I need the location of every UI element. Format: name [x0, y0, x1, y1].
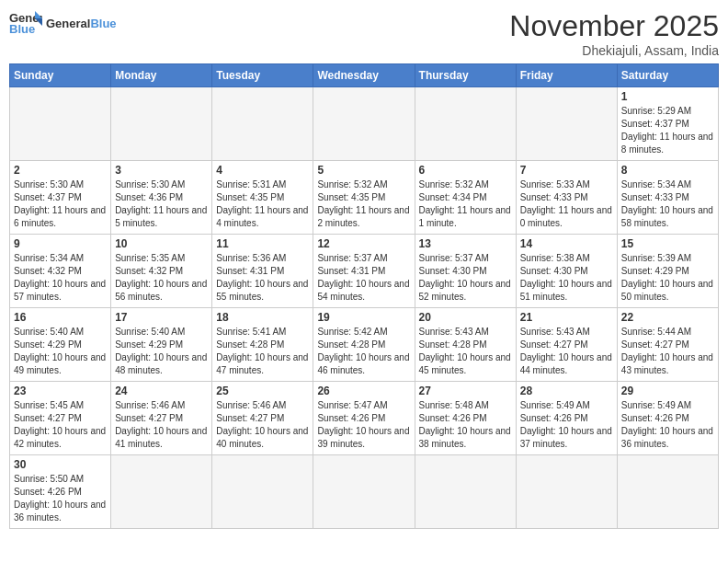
- calendar-cell: 24Sunrise: 5:46 AM Sunset: 4:27 PM Dayli…: [111, 382, 212, 455]
- month-title: November 2025: [509, 9, 719, 43]
- calendar-cell: 1Sunrise: 5:29 AM Sunset: 4:37 PM Daylig…: [617, 87, 718, 161]
- day-number: 9: [14, 237, 107, 250]
- day-info: Sunrise: 5:39 AM Sunset: 4:29 PM Dayligh…: [621, 252, 714, 304]
- day-info: Sunrise: 5:37 AM Sunset: 4:30 PM Dayligh…: [419, 252, 512, 304]
- day-info: Sunrise: 5:29 AM Sunset: 4:37 PM Dayligh…: [621, 105, 714, 156]
- day-info: Sunrise: 5:40 AM Sunset: 4:29 PM Dayligh…: [14, 326, 107, 377]
- day-header-thursday: Thursday: [415, 64, 516, 87]
- calendar-cell: 14Sunrise: 5:38 AM Sunset: 4:30 PM Dayli…: [516, 235, 617, 308]
- day-number: 2: [14, 164, 107, 177]
- day-number: 12: [317, 237, 410, 250]
- day-info: Sunrise: 5:40 AM Sunset: 4:29 PM Dayligh…: [115, 326, 208, 377]
- day-info: Sunrise: 5:34 AM Sunset: 4:32 PM Dayligh…: [14, 252, 107, 304]
- calendar-cell: [617, 455, 718, 529]
- week-row-1: 1Sunrise: 5:29 AM Sunset: 4:37 PM Daylig…: [10, 87, 719, 161]
- day-number: 15: [621, 237, 714, 250]
- day-number: 18: [216, 311, 309, 324]
- calendar-cell: 30Sunrise: 5:50 AM Sunset: 4:26 PM Dayli…: [10, 455, 111, 529]
- calendar-cell: 20Sunrise: 5:43 AM Sunset: 4:28 PM Dayli…: [415, 308, 516, 382]
- calendar-cell: [111, 455, 212, 529]
- title-block: November 2025 Dhekiajuli, Assam, India: [509, 9, 719, 58]
- calendar-cell: 26Sunrise: 5:47 AM Sunset: 4:26 PM Dayli…: [313, 382, 415, 455]
- calendar-cell: 27Sunrise: 5:48 AM Sunset: 4:26 PM Dayli…: [415, 382, 516, 455]
- day-info: Sunrise: 5:34 AM Sunset: 4:33 PM Dayligh…: [621, 178, 714, 230]
- day-number: 13: [419, 237, 512, 250]
- day-info: Sunrise: 5:47 AM Sunset: 4:26 PM Dayligh…: [317, 399, 410, 451]
- day-number: 3: [115, 164, 208, 177]
- day-info: Sunrise: 5:43 AM Sunset: 4:27 PM Dayligh…: [520, 326, 613, 377]
- logo: General Blue GeneralBlue: [9, 9, 117, 37]
- day-number: 10: [115, 237, 208, 250]
- day-number: 26: [317, 385, 410, 397]
- day-header-tuesday: Tuesday: [212, 64, 313, 87]
- day-info: Sunrise: 5:43 AM Sunset: 4:28 PM Dayligh…: [419, 326, 512, 377]
- day-number: 4: [216, 164, 309, 177]
- day-info: Sunrise: 5:46 AM Sunset: 4:27 PM Dayligh…: [216, 399, 309, 451]
- day-info: Sunrise: 5:49 AM Sunset: 4:26 PM Dayligh…: [621, 399, 714, 451]
- calendar-cell: [516, 455, 617, 529]
- calendar-cell: 8Sunrise: 5:34 AM Sunset: 4:33 PM Daylig…: [617, 161, 718, 235]
- calendar-cell: 2Sunrise: 5:30 AM Sunset: 4:37 PM Daylig…: [10, 161, 111, 235]
- calendar-cell: 7Sunrise: 5:33 AM Sunset: 4:33 PM Daylig…: [516, 161, 617, 235]
- day-header-wednesday: Wednesday: [313, 64, 415, 87]
- day-number: 29: [621, 385, 714, 397]
- calendar-table: SundayMondayTuesdayWednesdayThursdayFrid…: [9, 63, 719, 529]
- calendar-cell: 17Sunrise: 5:40 AM Sunset: 4:29 PM Dayli…: [111, 308, 212, 382]
- calendar-cell: [313, 455, 415, 529]
- day-info: Sunrise: 5:31 AM Sunset: 4:35 PM Dayligh…: [216, 178, 309, 230]
- day-number: 23: [14, 385, 107, 397]
- location-subtitle: Dhekiajuli, Assam, India: [509, 43, 719, 58]
- week-row-6: 30Sunrise: 5:50 AM Sunset: 4:26 PM Dayli…: [10, 455, 719, 529]
- day-header-saturday: Saturday: [617, 64, 718, 87]
- day-number: 7: [520, 164, 613, 177]
- week-row-2: 2Sunrise: 5:30 AM Sunset: 4:37 PM Daylig…: [10, 161, 719, 235]
- day-number: 8: [621, 164, 714, 177]
- calendar-cell: [313, 87, 415, 161]
- calendar-cell: 25Sunrise: 5:46 AM Sunset: 4:27 PM Dayli…: [212, 382, 313, 455]
- week-row-3: 9Sunrise: 5:34 AM Sunset: 4:32 PM Daylig…: [10, 235, 719, 308]
- day-number: 11: [216, 237, 309, 250]
- calendar-cell: 12Sunrise: 5:37 AM Sunset: 4:31 PM Dayli…: [313, 235, 415, 308]
- calendar-cell: [415, 455, 516, 529]
- calendar-cell: 11Sunrise: 5:36 AM Sunset: 4:31 PM Dayli…: [212, 235, 313, 308]
- day-info: Sunrise: 5:30 AM Sunset: 4:36 PM Dayligh…: [115, 178, 208, 230]
- day-info: Sunrise: 5:33 AM Sunset: 4:33 PM Dayligh…: [520, 178, 613, 230]
- day-number: 22: [621, 311, 714, 324]
- day-header-sunday: Sunday: [10, 64, 111, 87]
- day-number: 14: [520, 237, 613, 250]
- day-info: Sunrise: 5:45 AM Sunset: 4:27 PM Dayligh…: [14, 399, 107, 451]
- day-number: 27: [419, 385, 512, 397]
- calendar-cell: 29Sunrise: 5:49 AM Sunset: 4:26 PM Dayli…: [617, 382, 718, 455]
- day-info: Sunrise: 5:41 AM Sunset: 4:28 PM Dayligh…: [216, 326, 309, 377]
- calendar-cell: 23Sunrise: 5:45 AM Sunset: 4:27 PM Dayli…: [10, 382, 111, 455]
- calendar-cell: [212, 455, 313, 529]
- calendar-cell: 5Sunrise: 5:32 AM Sunset: 4:35 PM Daylig…: [313, 161, 415, 235]
- day-header-friday: Friday: [516, 64, 617, 87]
- week-row-4: 16Sunrise: 5:40 AM Sunset: 4:29 PM Dayli…: [10, 308, 719, 382]
- svg-text:Blue: Blue: [9, 22, 35, 36]
- calendar-cell: 10Sunrise: 5:35 AM Sunset: 4:32 PM Dayli…: [111, 235, 212, 308]
- day-info: Sunrise: 5:50 AM Sunset: 4:26 PM Dayligh…: [14, 473, 107, 524]
- calendar-cell: 9Sunrise: 5:34 AM Sunset: 4:32 PM Daylig…: [10, 235, 111, 308]
- day-info: Sunrise: 5:44 AM Sunset: 4:27 PM Dayligh…: [621, 326, 714, 377]
- day-number: 19: [317, 311, 410, 324]
- day-number: 25: [216, 385, 309, 397]
- calendar-cell: 3Sunrise: 5:30 AM Sunset: 4:36 PM Daylig…: [111, 161, 212, 235]
- page-header: General Blue GeneralBlue November 2025 D…: [9, 9, 719, 58]
- day-number: 21: [520, 311, 613, 324]
- calendar-header-row: SundayMondayTuesdayWednesdayThursdayFrid…: [10, 64, 719, 87]
- calendar-cell: 6Sunrise: 5:32 AM Sunset: 4:34 PM Daylig…: [415, 161, 516, 235]
- day-info: Sunrise: 5:46 AM Sunset: 4:27 PM Dayligh…: [115, 399, 208, 451]
- day-number: 24: [115, 385, 208, 397]
- calendar-cell: 4Sunrise: 5:31 AM Sunset: 4:35 PM Daylig…: [212, 161, 313, 235]
- calendar-cell: 22Sunrise: 5:44 AM Sunset: 4:27 PM Dayli…: [617, 308, 718, 382]
- day-info: Sunrise: 5:48 AM Sunset: 4:26 PM Dayligh…: [419, 399, 512, 451]
- day-header-monday: Monday: [111, 64, 212, 87]
- day-info: Sunrise: 5:49 AM Sunset: 4:26 PM Dayligh…: [520, 399, 613, 451]
- calendar-cell: 16Sunrise: 5:40 AM Sunset: 4:29 PM Dayli…: [10, 308, 111, 382]
- calendar-cell: 13Sunrise: 5:37 AM Sunset: 4:30 PM Dayli…: [415, 235, 516, 308]
- day-info: Sunrise: 5:32 AM Sunset: 4:34 PM Dayligh…: [419, 178, 512, 230]
- calendar-cell: [10, 87, 111, 161]
- day-info: Sunrise: 5:36 AM Sunset: 4:31 PM Dayligh…: [216, 252, 309, 304]
- week-row-5: 23Sunrise: 5:45 AM Sunset: 4:27 PM Dayli…: [10, 382, 719, 455]
